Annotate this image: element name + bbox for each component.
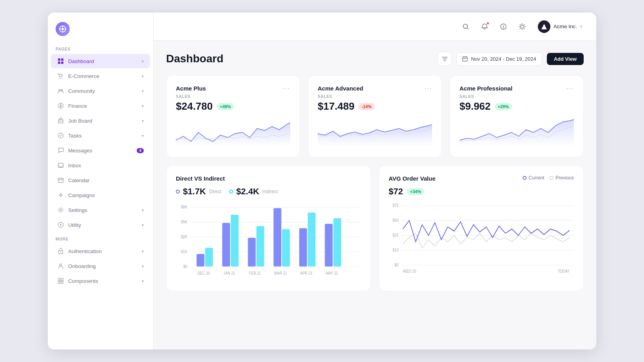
avg-order-value: $72	[389, 186, 403, 197]
user-chip[interactable]: Acme Inc. ▾	[535, 19, 585, 34]
svg-rect-47	[222, 223, 230, 266]
svg-rect-6	[58, 58, 60, 61]
acme-plus-card: Acme Plus ··· SALES $24.780 +49%	[166, 75, 300, 157]
avg-order-title: AVG Order Value	[389, 175, 436, 182]
sidebar-item-finance[interactable]: Finance ▾	[51, 99, 150, 113]
svg-rect-49	[248, 238, 256, 266]
svg-text:$2K: $2K	[181, 234, 187, 239]
card-value: $17.489	[318, 100, 355, 112]
svg-point-10	[60, 78, 60, 78]
search-button[interactable]	[459, 20, 472, 33]
svg-point-16	[58, 133, 63, 138]
campaigns-icon	[57, 192, 64, 199]
sidebar-item-campaigns[interactable]: Campaigns	[51, 188, 150, 202]
svg-rect-8	[58, 62, 60, 64]
svg-rect-52	[282, 229, 290, 267]
card-badge: +29%	[495, 103, 512, 110]
current-legend-label: Current	[528, 175, 544, 181]
auth-chevron: ▾	[142, 249, 144, 253]
card-label: SALES	[459, 94, 574, 99]
sidebar-item-label: Calendar	[68, 177, 90, 183]
card-badge: -14%	[358, 103, 375, 110]
settings-chevron: ▾	[142, 208, 144, 212]
sidebar-item-community[interactable]: Community ▾	[51, 84, 150, 98]
svg-text:TODAY: TODAY	[558, 269, 570, 274]
topbar: Acme Inc. ▾	[154, 13, 596, 41]
sales-cards-row: Acme Plus ··· SALES $24.780 +49%	[166, 75, 584, 157]
avg-order-legend: Current Previous	[523, 175, 574, 181]
logo[interactable]	[48, 13, 153, 42]
direct-value: $1.7K	[183, 186, 206, 197]
inbox-icon	[57, 162, 64, 169]
ecommerce-chevron: ▾	[142, 74, 144, 78]
svg-rect-7	[61, 58, 63, 61]
info-button[interactable]	[497, 20, 510, 33]
notification-button[interactable]	[478, 20, 491, 33]
calendar-icon	[57, 177, 64, 184]
svg-rect-34	[463, 57, 467, 61]
sidebar-item-components[interactable]: Components ▾	[51, 274, 150, 288]
sidebar: PAGES Dashboard ▾ E-Commerce ▾ Community…	[48, 13, 154, 349]
direct-vs-indirect-title: Direct VS Indirect	[176, 175, 361, 182]
bottom-charts-row: Direct VS Indirect $1.7K Direct $2.4K In…	[166, 165, 584, 291]
onboarding-icon	[57, 262, 64, 270]
svg-marker-33	[541, 24, 547, 29]
sidebar-item-authentication[interactable]: Authentication ▾	[51, 244, 150, 258]
sidebar-item-dashboard[interactable]: Dashboard ▾	[51, 54, 150, 68]
card-menu-button[interactable]: ···	[283, 85, 290, 92]
card-badge: +49%	[217, 103, 234, 110]
card-menu-button[interactable]: ···	[566, 85, 574, 92]
sidebar-item-label: Onboarding	[68, 263, 96, 269]
sidebar-item-tasks[interactable]: Tasks ▾	[51, 129, 150, 143]
svg-point-25	[60, 264, 62, 266]
sidebar-item-jobboard[interactable]: Job Board ▾	[51, 114, 150, 128]
indirect-value: $2.4K	[236, 186, 259, 197]
jobboard-icon	[57, 117, 64, 124]
card-title: Acme Advanced	[318, 85, 363, 92]
sidebar-item-inbox[interactable]: Inbox	[51, 158, 150, 172]
messages-icon	[57, 147, 64, 154]
sidebar-item-label: E-Commerce	[68, 73, 99, 79]
svg-point-24	[60, 252, 61, 253]
sidebar-item-label: Inbox	[68, 163, 81, 168]
svg-text:$25: $25	[393, 233, 399, 237]
svg-text:DEC 20: DEC 20	[197, 271, 210, 275]
sidebar-item-ecommerce[interactable]: E-Commerce ▾	[51, 69, 150, 83]
messages-badge: 4	[137, 148, 144, 153]
page-header: Dashboard Nov 20, 2024 - Dec 19, 2024 Ad…	[166, 52, 584, 66]
ecommerce-icon	[57, 72, 64, 80]
svg-text:FEB 21: FEB 21	[249, 271, 261, 275]
svg-text:WED 20: WED 20	[403, 269, 416, 274]
svg-rect-26	[58, 279, 61, 281]
svg-text:APR 21: APR 21	[300, 271, 313, 275]
filter-button[interactable]	[438, 52, 452, 66]
page-title: Dashboard	[166, 52, 223, 65]
components-chevron: ▾	[142, 279, 144, 283]
theme-button[interactable]	[516, 20, 528, 33]
sidebar-item-label: Dashboard	[68, 58, 94, 64]
sidebar-item-settings[interactable]: Settings ▾	[51, 203, 150, 217]
sidebar-item-calendar[interactable]: Calendar	[51, 173, 150, 187]
sidebar-item-messages[interactable]: Messages 4	[51, 143, 150, 157]
sidebar-item-utility[interactable]: Utility ▾	[51, 218, 150, 232]
svg-point-20	[60, 209, 62, 211]
card-menu-button[interactable]: ···	[425, 85, 432, 92]
sidebar-item-label: Utility	[68, 222, 81, 228]
direct-vs-indirect-card: Direct VS Indirect $1.7K Direct $2.4K In…	[166, 165, 371, 291]
svg-rect-27	[61, 279, 63, 281]
sidebar-item-onboarding[interactable]: Onboarding ▾	[51, 259, 150, 273]
svg-rect-53	[299, 228, 307, 266]
components-icon	[57, 277, 64, 284]
finance-icon	[57, 102, 64, 109]
sidebar-item-label: Components	[68, 278, 98, 284]
svg-text:$10: $10	[393, 248, 399, 252]
svg-rect-28	[58, 281, 61, 284]
add-view-button[interactable]: Add View	[547, 53, 584, 65]
svg-rect-54	[308, 212, 316, 266]
auth-icon	[57, 248, 64, 255]
sidebar-item-label: Messages	[68, 148, 92, 154]
pages-section-label: PAGES	[48, 42, 153, 54]
settings-icon	[57, 206, 64, 214]
date-range-button[interactable]: Nov 20, 2024 - Dec 19, 2024	[456, 52, 542, 65]
svg-rect-9	[61, 62, 63, 64]
